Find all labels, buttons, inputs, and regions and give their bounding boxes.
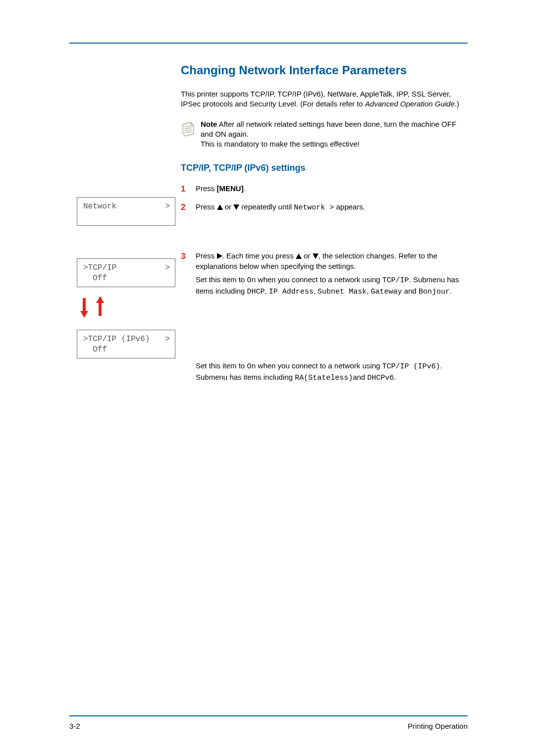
top-rule (69, 43, 468, 44)
triangle-down-icon (313, 253, 319, 259)
lcd-network: Network > (77, 197, 175, 226)
lcd2-line1: >TCP/IP (83, 263, 116, 272)
d2on: On (247, 362, 256, 371)
d2b: when you connect to a network using (256, 361, 382, 370)
lcd1-arrow: > (165, 202, 170, 212)
s3c: or (302, 252, 313, 260)
d1d: , (265, 287, 268, 295)
s2code: Network > (294, 203, 334, 212)
step-num: 1 (181, 183, 185, 195)
d1g: and (402, 287, 419, 295)
d1tcp: TCP/IP (382, 276, 409, 285)
d1a: Set this item to (196, 275, 247, 284)
sub-heading: TCP/IP, TCP/IP (IPv6) settings (181, 163, 468, 173)
intro-guide: Advanced Operation Guide. (365, 100, 457, 108)
d1bj: Bonjour (419, 288, 450, 296)
svg-marker-5 (80, 311, 88, 318)
d1on: On (247, 276, 256, 285)
arrow-up-icon (94, 296, 106, 318)
triangle-right-icon (217, 253, 222, 259)
d1dhcp: DHCP (247, 288, 265, 296)
step-3: 3 Press . Each time you press or , the s… (181, 251, 468, 383)
nav-arrows (78, 296, 106, 318)
note-label: Note (201, 120, 217, 128)
lcd3-line1: >TCP/IP (IPv6) (83, 335, 150, 344)
intro-close: ) (457, 100, 459, 108)
footer-page: 3-2 (69, 722, 80, 730)
d2ra: RA(Stateless) (295, 374, 353, 382)
lcd2-arrow: > (165, 263, 170, 273)
lcd3-line2: Off (83, 345, 107, 354)
s2b: or (223, 202, 234, 211)
step-2: 2 Press or repeatedly until Network > ap… (181, 202, 468, 213)
d2a: Set this item to (196, 361, 247, 370)
lcd3-arrow: > (165, 334, 170, 345)
d2e: . (394, 373, 396, 381)
lcd-tcpip6: >TCP/IP (IPv6) > Off (77, 330, 175, 358)
note-text: Note After all network related settings … (201, 119, 468, 150)
note-icon (181, 120, 196, 138)
step1-menu: [MENU] (217, 184, 244, 193)
step3-desc2: Set this item to On when you connect to … (196, 360, 468, 383)
step-1: 1 Press [MENU]. (181, 183, 468, 194)
d2tcp: TCP/IP (IPv6) (382, 362, 440, 371)
triangle-up-icon (217, 204, 223, 210)
step1-post: . (244, 184, 246, 193)
lcd2-line2: Off (83, 274, 107, 283)
d1sub: Subnet Mask (318, 288, 367, 296)
triangle-up-icon (296, 253, 302, 259)
d1ip: IP Address (269, 288, 314, 296)
footer: 3-2 Printing Operation (69, 722, 468, 730)
s3a: Press (196, 252, 217, 260)
step-num: 3 (181, 251, 185, 262)
s2d: appears. (334, 202, 365, 211)
s2c: repeatedly until (239, 202, 294, 211)
d2d: and (353, 373, 367, 381)
d1e: , (314, 287, 318, 295)
footer-section: Printing Operation (408, 722, 468, 730)
triangle-down-icon (233, 204, 239, 210)
bottom-rule (69, 715, 468, 716)
d2dh: DHCPv6 (367, 374, 394, 382)
lcd-tcpip: >TCP/IP > Off (77, 258, 175, 287)
page-heading: Changing Network Interface Parameters (181, 63, 468, 77)
steps-list: 1 Press [MENU]. 2 Press or repeatedly un… (181, 183, 468, 383)
note-line2: This is mandatory to make the settings e… (201, 140, 360, 148)
arrow-down-icon (78, 296, 90, 318)
step1-pre: Press (196, 184, 217, 193)
lcd1-line1: Network (83, 202, 116, 211)
step-num: 2 (181, 202, 185, 213)
content-area: Changing Network Interface Parameters Th… (181, 63, 468, 383)
intro-paragraph: This printer supports TCP/IP, TCP/IP (IP… (181, 89, 468, 109)
s3b: . Each time you press (222, 252, 296, 260)
d1h: . (450, 287, 452, 295)
d1b: when you connect to a network using (256, 275, 382, 284)
step3-desc1: Set this item to On when you connect to … (196, 274, 468, 297)
note-block: Note After all network related settings … (181, 119, 468, 150)
d1gw: Gateway (371, 288, 402, 296)
s2a: Press (196, 202, 217, 211)
note-line1: After all network related settings have … (201, 120, 456, 138)
